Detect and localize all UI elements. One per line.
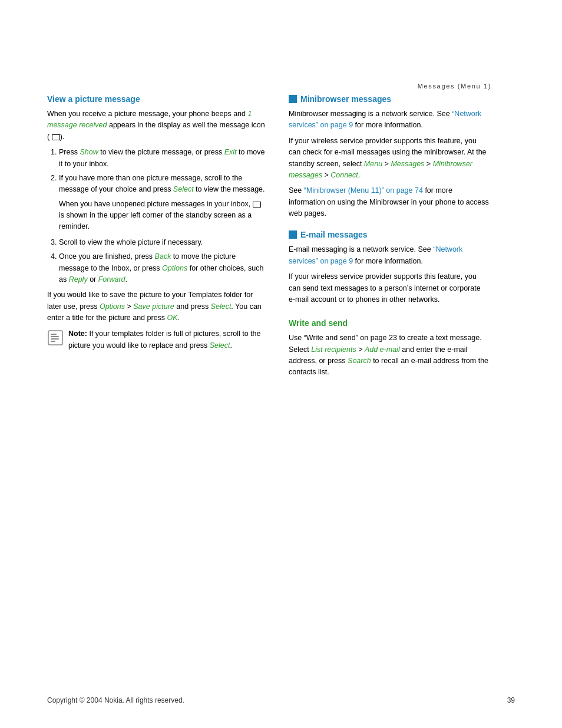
minibrowser-para2: If your wireless service provider suppor… xyxy=(289,136,489,182)
note-icon xyxy=(47,330,64,346)
page-number: 39 xyxy=(507,696,515,704)
svg-rect-1 xyxy=(51,334,57,335)
envelope-icon xyxy=(52,134,60,140)
minibrowser-link2: “Minibrowser (Menu 11)” on page 74 xyxy=(304,186,423,195)
step4-forward: Forward xyxy=(98,275,125,284)
italic-green-text: 1 message received xyxy=(47,110,252,129)
note-bold: Note: xyxy=(68,330,87,338)
minibrowser-para3: See “Minibrowser (Menu 11)” on page 74 f… xyxy=(289,185,489,219)
left-column: View a picture message When you receive … xyxy=(47,94,265,678)
svg-rect-2 xyxy=(51,336,59,337)
ws-list-recipients: List recipients xyxy=(311,345,356,354)
mb-menu: Menu xyxy=(364,160,382,168)
steps-list: Press Show to view the picture message, … xyxy=(59,147,265,285)
step1-exit: Exit xyxy=(224,148,237,156)
step1-show: Show xyxy=(80,148,98,156)
note-text-content: Note: If your templates folder is full o… xyxy=(68,328,265,351)
step4-options: Options xyxy=(162,264,187,272)
save-select: Select xyxy=(211,302,232,311)
page: Messages (Menu 1) View a picture message… xyxy=(0,0,562,728)
step-4: Once you are finished, press Back to mov… xyxy=(59,251,265,285)
step4-back: Back xyxy=(155,252,171,261)
note-select: Select xyxy=(210,341,230,350)
blue-box-icon-email xyxy=(289,230,297,239)
step-1: Press Show to view the picture message, … xyxy=(59,147,265,170)
mb-connect: Connect xyxy=(330,171,358,179)
note-box: Note: If your templates folder is full o… xyxy=(47,328,265,351)
save-ok: OK xyxy=(167,314,178,322)
blue-box-icon xyxy=(289,95,297,103)
view-picture-title: View a picture message xyxy=(47,94,265,104)
step2-sub: When you have unopened picture messages … xyxy=(59,199,265,233)
svg-rect-4 xyxy=(51,341,55,342)
svg-rect-0 xyxy=(48,331,62,345)
email-link1: “Network services” on page 9 xyxy=(289,245,462,265)
view-picture-intro: When you receive a picture message, your… xyxy=(47,108,265,143)
step-2: If you have more than one picture messag… xyxy=(59,173,265,233)
copyright-text: Copyright © 2004 Nokia. All rights reser… xyxy=(47,696,184,704)
step4-reply: Reply xyxy=(69,275,88,284)
content-area: View a picture message When you receive … xyxy=(0,94,562,678)
minibrowser-link1: “Network services” on page 9 xyxy=(289,110,481,129)
minibrowser-para1: Minibrowser messaging is a network servi… xyxy=(289,108,489,131)
save-options: Options xyxy=(100,302,125,311)
step2-select: Select xyxy=(173,185,194,193)
step-3: Scroll to view the whole picture if nece… xyxy=(59,237,265,248)
minibrowser-header: Minibrowser messages xyxy=(289,94,489,104)
write-send-para: Use “Write and send” on page 23 to creat… xyxy=(289,332,489,378)
ws-add-email: Add e-mail xyxy=(365,345,400,354)
footer: Copyright © 2004 Nokia. All rights reser… xyxy=(0,678,562,728)
ws-search: Search xyxy=(348,357,371,365)
svg-rect-3 xyxy=(51,338,59,340)
email-para1: E-mail messaging is a network service. S… xyxy=(289,244,489,267)
mb-messages: Messages xyxy=(391,160,424,168)
email-para2: If your wireless service provider suppor… xyxy=(289,271,489,305)
right-column: Minibrowser messages Minibrowser messagi… xyxy=(289,94,489,678)
breadcrumb-text: Messages (Menu 1) xyxy=(418,83,491,90)
envelope-icon-2 xyxy=(253,202,261,207)
email-title: E-mail messages xyxy=(300,230,368,239)
save-para: If you would like to save the picture to… xyxy=(47,289,265,324)
write-send-title: Write and send xyxy=(289,318,489,328)
breadcrumb: Messages (Menu 1) xyxy=(0,0,562,94)
email-header: E-mail messages xyxy=(289,230,489,239)
minibrowser-title: Minibrowser messages xyxy=(300,94,391,104)
save-picture: Save picture xyxy=(133,302,174,311)
